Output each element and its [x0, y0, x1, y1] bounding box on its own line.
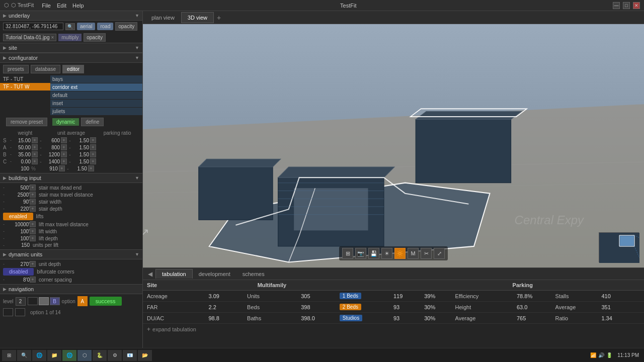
tab-add-button[interactable]: + — [214, 14, 224, 22]
tab-plan-view[interactable]: plan view — [145, 12, 181, 23]
site-dropdown-icon[interactable]: ▼ — [135, 45, 139, 50]
stair-width-plus[interactable]: + — [30, 199, 36, 205]
swatch-dark-1[interactable] — [28, 297, 38, 305]
swatch-dark-a[interactable] — [3, 308, 13, 316]
taskbar-mail[interactable]: 📧 — [123, 350, 137, 361]
toolbar-camera-button[interactable]: 📷 — [355, 248, 366, 259]
taskbar-python[interactable]: 🐍 — [93, 350, 107, 361]
db-item-juliets[interactable]: juliets — [50, 108, 142, 115]
svg-marker-12 — [199, 159, 281, 167]
taskbar-files[interactable]: 📂 — [138, 350, 152, 361]
weight-plus-c[interactable]: + — [32, 158, 38, 164]
search-taskbar-button[interactable]: 🔍 — [17, 350, 31, 361]
db-item-default[interactable]: default — [50, 92, 142, 99]
dynamic-units-dropdown-icon[interactable]: ▼ — [135, 252, 139, 257]
tab-editor[interactable]: editor — [62, 65, 84, 73]
aerial-tag-button[interactable]: aerial — [77, 23, 95, 30]
remove-preset-button[interactable]: remove preset — [6, 118, 47, 126]
stair-travel-label: stair max travel distance — [36, 192, 139, 198]
stair-dead-plus[interactable]: + — [30, 185, 36, 191]
option-a-button[interactable]: A — [77, 296, 88, 306]
swatch-mid-1[interactable] — [39, 297, 49, 305]
lift-width-plus[interactable]: + — [30, 228, 36, 234]
underlay-file-row: Tutorial Data-01.jpg × multiply opacity — [0, 32, 142, 43]
swatch-dark-b[interactable] — [15, 308, 25, 316]
panel-collapse-button[interactable]: ◀ — [145, 270, 155, 278]
level-value[interactable]: 2 — [16, 297, 26, 306]
taskbar-settings[interactable]: ⚙ — [108, 350, 122, 361]
tab-development[interactable]: development — [193, 269, 236, 279]
close-button[interactable]: ✕ — [633, 2, 640, 9]
success-button[interactable]: success — [90, 297, 122, 306]
menu-edit[interactable]: Edit — [57, 3, 66, 9]
corner-spacing-label: corner spacing — [36, 277, 139, 283]
underlay-dropdown-icon[interactable]: ▼ — [135, 13, 139, 18]
weight-plus-a[interactable]: + — [32, 144, 38, 150]
file-close-button[interactable]: × — [51, 35, 54, 40]
parking-plus-s[interactable]: + — [90, 137, 96, 143]
preset-item-tut-w[interactable]: TF - TUT W — [0, 83, 50, 90]
taskbar-testfit[interactable]: ⬡ — [77, 350, 92, 361]
road-tag-button[interactable]: road — [97, 23, 113, 30]
opacity-button-1[interactable]: opacity — [115, 22, 137, 31]
menu-help[interactable]: Help — [72, 3, 84, 9]
avg-plus-a[interactable]: + — [61, 144, 67, 150]
coord-input[interactable] — [3, 23, 63, 30]
tab-schemes[interactable]: schemes — [236, 269, 271, 279]
multiply-button[interactable]: multiply — [58, 34, 82, 41]
stair-depth-plus[interactable]: + — [30, 206, 36, 212]
toolbar-save-button[interactable]: 💾 — [368, 248, 379, 259]
bifurcate-disabled-button[interactable]: disabled — [3, 268, 34, 276]
avg-plus-s[interactable]: + — [61, 137, 67, 143]
lifts-enabled-button[interactable]: enabled — [3, 213, 33, 220]
define-button[interactable]: define — [81, 118, 104, 126]
far-val: 2.2 — [209, 304, 248, 310]
3d-viewport[interactable]: ↗ Central Expy ⊞ 📷 💾 ☀ 🔆 M ✂ ⤢ — [143, 24, 644, 267]
tab-3d-view[interactable]: 3D view — [181, 12, 214, 23]
db-item-inset[interactable]: inset — [50, 100, 142, 107]
toolbar-light-button[interactable]: 🔆 — [394, 248, 406, 259]
toolbar-m-button[interactable]: M — [408, 248, 419, 259]
minimize-button[interactable]: — — [613, 2, 620, 9]
tab-database[interactable]: database — [31, 65, 60, 73]
start-button[interactable]: ⊞ — [2, 350, 16, 361]
unit-depth-plus[interactable]: + — [30, 261, 36, 267]
dynamic-button[interactable]: dynamic — [52, 118, 79, 126]
bottom-tabs-bar: ◀ tabulation development schemes — [143, 268, 644, 280]
lift-travel-plus[interactable]: + — [30, 221, 36, 227]
opacity-button-2[interactable]: opacity — [84, 33, 106, 42]
avg-plus-c[interactable]: + — [61, 158, 67, 164]
toolbar-expand-button[interactable]: ⤢ — [434, 248, 445, 259]
expand-tabulation-button[interactable]: + expand tabulation — [143, 324, 644, 335]
search-button[interactable]: 🔍 — [65, 23, 75, 30]
beds-val: 398 — [301, 304, 340, 310]
avg-plus-b[interactable]: + — [61, 151, 67, 157]
configurator-dropdown-icon[interactable]: ▼ — [135, 55, 139, 60]
preset-item-tut[interactable]: TF - TUT — [0, 75, 50, 83]
tab-tabulation[interactable]: tabulation — [155, 269, 193, 279]
db-item-bays[interactable]: bays — [50, 75, 142, 83]
tab-presets[interactable]: presets — [3, 65, 29, 73]
taskbar-chrome[interactable]: 🌐 — [62, 350, 76, 361]
parking-plus-total[interactable]: + — [88, 165, 94, 171]
toolbar-sun-button[interactable]: ☀ — [381, 248, 392, 259]
taskbar-ie[interactable]: 🌐 — [32, 350, 46, 361]
db-item-corridor[interactable]: corridor ext — [50, 83, 142, 91]
toolbar-clip-button[interactable]: ✂ — [421, 248, 432, 259]
parking-plus-c[interactable]: + — [90, 158, 96, 164]
toolbar-grid-button[interactable]: ⊞ — [342, 248, 353, 259]
stair-travel-plus[interactable]: + — [30, 192, 36, 198]
maximize-button[interactable]: □ — [623, 2, 630, 9]
taskbar-explorer[interactable]: 📁 — [47, 350, 61, 361]
menu-file[interactable]: File — [42, 3, 51, 9]
corner-spacing-plus[interactable]: + — [30, 277, 36, 283]
avg-plus-total[interactable]: + — [59, 165, 65, 171]
navigation-controls: level 2 B option A success option 1 of 1… — [0, 294, 142, 318]
parking-plus-b[interactable]: + — [90, 151, 96, 157]
far-label: FAR — [147, 304, 209, 310]
weight-plus-s[interactable]: + — [32, 137, 38, 143]
weight-plus-b[interactable]: + — [32, 151, 38, 157]
lift-depth-plus[interactable]: + — [30, 235, 36, 241]
building-input-dropdown-icon[interactable]: ▼ — [135, 175, 139, 180]
parking-plus-a[interactable]: + — [90, 144, 96, 150]
